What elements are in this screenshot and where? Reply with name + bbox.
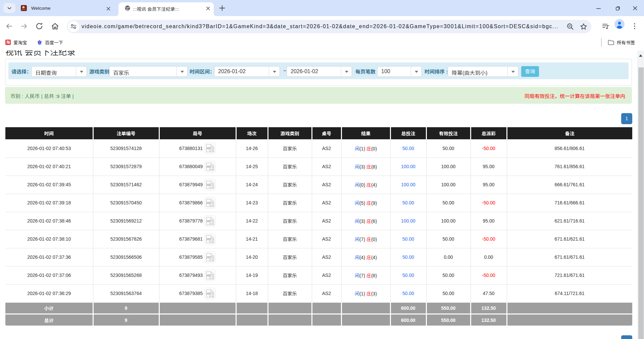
svg-text:淘: 淘 xyxy=(6,40,10,45)
svg-text:du: du xyxy=(39,42,41,44)
